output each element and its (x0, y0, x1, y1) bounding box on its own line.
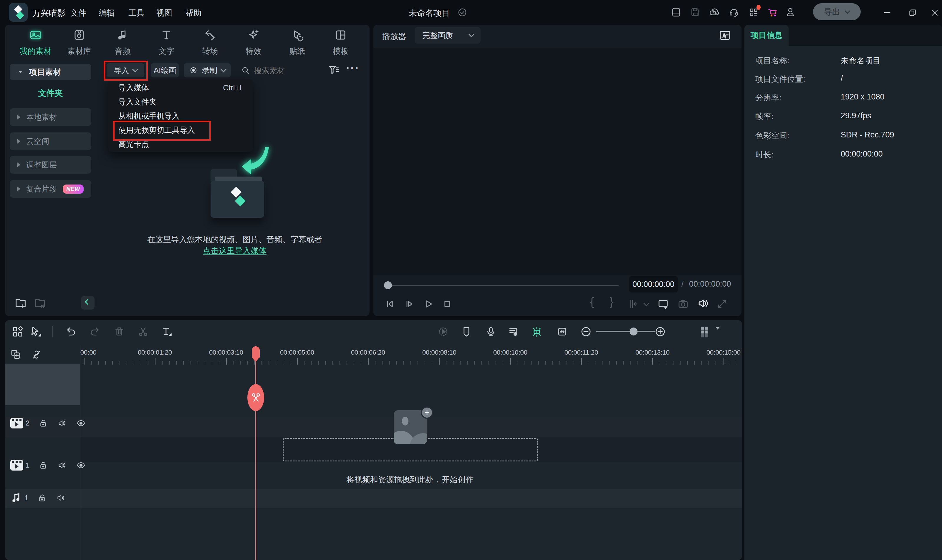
menu-view[interactable]: 视图 (156, 8, 173, 18)
tab-project-info[interactable]: 项目信息 (745, 25, 789, 46)
scopes-icon[interactable] (718, 29, 731, 43)
add-to-timeline-icon[interactable] (10, 348, 22, 362)
account-icon[interactable] (785, 6, 796, 19)
restore-button[interactable] (908, 8, 917, 19)
snapshot-camera-icon[interactable] (677, 298, 689, 311)
tab-audio[interactable]: 音频 (101, 28, 145, 63)
apps-grid-icon[interactable] (748, 6, 759, 19)
quality-dropdown[interactable]: 完整画质 (415, 27, 481, 43)
stop-button[interactable] (441, 298, 453, 311)
undo-icon[interactable] (65, 325, 77, 339)
fit-timeline-icon[interactable] (556, 325, 568, 339)
menu-help[interactable]: 帮助 (185, 8, 202, 18)
sidebar-folder-selected[interactable]: 文件夹 (10, 88, 91, 99)
menu-tools[interactable]: 工具 (128, 8, 145, 18)
playhead-pin[interactable] (252, 346, 260, 358)
time-ruler[interactable]: 00:00:00 00:00:01:20 00:00:03:10 00:00:0… (80, 346, 742, 365)
mute-icon[interactable] (57, 418, 67, 428)
fullscreen-icon[interactable] (716, 298, 728, 311)
menu-item-import-media[interactable]: 导入媒体 Ctrl+I (108, 81, 253, 95)
audio-track-1-header[interactable]: 1 (10, 492, 66, 504)
detach-screen-icon[interactable] (657, 298, 669, 311)
add-text-icon[interactable] (160, 325, 173, 339)
auto-ripple-magnet-icon[interactable] (30, 348, 43, 362)
more-options-button[interactable]: ··· (346, 62, 359, 75)
audio-mixer-icon[interactable] (507, 325, 520, 339)
playhead-cut-badge[interactable] (247, 384, 264, 411)
filter-icon[interactable] (327, 63, 340, 78)
track-manager-icon[interactable] (698, 325, 711, 340)
tab-stickers[interactable]: 贴纸 (275, 28, 319, 63)
trim-tool-icon[interactable] (627, 298, 639, 311)
delete-folder-icon[interactable] (33, 296, 47, 311)
mark-out-button[interactable]: } (610, 295, 614, 308)
ai-paint-button[interactable]: AI绘画 (151, 63, 179, 77)
trim-chevron-icon[interactable] (643, 300, 649, 306)
add-media-badge[interactable]: + (421, 406, 433, 419)
sidebar-item-local-media[interactable]: 本地素材 (10, 108, 91, 126)
menu-edit[interactable]: 编辑 (98, 8, 116, 18)
tab-my-media[interactable]: 我的素材 (14, 28, 57, 63)
support-headset-icon[interactable] (728, 6, 739, 19)
sidebar-item-compound-clip[interactable]: 复合片段 NEW (10, 180, 91, 198)
video-track-1-header[interactable]: 1 (10, 460, 86, 471)
track-manager-chevron-icon[interactable] (715, 329, 720, 335)
minimize-button[interactable] (882, 8, 892, 19)
cloud-sync-icon[interactable] (709, 6, 720, 19)
sidebar-item-cloud[interactable]: 云空间 (10, 132, 91, 150)
zoom-out-icon[interactable] (580, 325, 592, 339)
lock-icon[interactable] (38, 460, 48, 470)
layout-panel-icon[interactable] (671, 6, 682, 19)
menu-file[interactable]: 文件 (69, 8, 87, 18)
media-manager-icon[interactable] (11, 325, 24, 339)
tab-label: 音频 (115, 46, 131, 57)
play-button[interactable] (422, 298, 435, 311)
cart-icon[interactable] (766, 6, 778, 19)
import-media-link[interactable]: 点击这里导入媒体 (117, 245, 353, 256)
info-row-name: 项目名称:未命名项目 (745, 55, 942, 65)
split-scissors-icon[interactable] (137, 325, 149, 339)
collapse-sidebar-button[interactable] (81, 296, 94, 309)
select-tool-icon[interactable] (29, 325, 42, 339)
video-track-2-header[interactable]: 2 (10, 418, 86, 428)
seek-slider-thumb[interactable] (384, 282, 392, 289)
redo-icon[interactable] (89, 325, 101, 339)
mark-in-button[interactable]: { (590, 295, 594, 308)
visibility-eye-icon[interactable] (76, 460, 86, 470)
zoom-slider-thumb[interactable] (629, 328, 638, 335)
tab-stock-library[interactable]: 素材库 (57, 28, 101, 63)
visibility-eye-icon[interactable] (76, 418, 86, 428)
mute-icon[interactable] (57, 460, 67, 470)
zoom-slider-track[interactable] (596, 331, 655, 332)
mute-icon[interactable] (56, 493, 66, 503)
tab-text[interactable]: 文字 (145, 28, 188, 63)
render-preview-icon[interactable] (437, 325, 449, 339)
lock-icon[interactable] (38, 418, 48, 428)
tab-transitions[interactable]: 转场 (188, 28, 232, 63)
export-button[interactable]: 导出 (813, 3, 861, 20)
volume-icon[interactable] (696, 297, 710, 311)
previous-frame-button[interactable] (383, 298, 396, 311)
next-frame-button[interactable] (403, 298, 415, 311)
sidebar-item-adjustment-layer[interactable]: 调整图层 (10, 156, 91, 174)
search-input[interactable] (254, 64, 319, 77)
sidebar-project-media[interactable]: 项目素材 (10, 64, 91, 80)
add-folder-icon[interactable] (14, 296, 28, 311)
record-button[interactable]: 录制 (184, 63, 231, 77)
template-icon (334, 28, 347, 42)
zoom-in-icon[interactable] (654, 325, 666, 339)
playhead-line[interactable] (255, 346, 256, 560)
beat-detection-icon[interactable] (530, 325, 543, 339)
save-icon[interactable] (690, 6, 701, 19)
voiceover-mic-icon[interactable] (485, 325, 497, 339)
tab-templates[interactable]: 模板 (319, 28, 362, 63)
marker-icon[interactable] (460, 325, 473, 339)
close-button[interactable] (930, 8, 940, 19)
tab-effects[interactable]: 特效 (232, 28, 275, 63)
delete-icon[interactable] (113, 325, 125, 339)
menu-item-import-folder[interactable]: 导入文件夹 (108, 95, 253, 109)
current-timecode[interactable]: 00:00:00:00 (629, 276, 678, 292)
ruler-label: 00:00:13:10 (626, 349, 679, 356)
seek-slider-track[interactable] (388, 285, 619, 286)
lock-icon[interactable] (37, 493, 47, 503)
